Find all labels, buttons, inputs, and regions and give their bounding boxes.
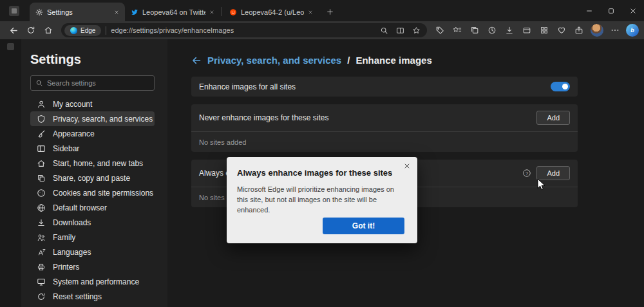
tab-settings[interactable]: Settings [30, 3, 125, 21]
site-badge[interactable]: Edge [64, 25, 101, 36]
settings-title: Settings [30, 52, 167, 67]
sidebar-item-label: Family [53, 233, 75, 242]
close-button[interactable] [622, 0, 644, 21]
gear-icon [35, 8, 43, 16]
edge-logo-icon [70, 27, 77, 34]
settings-menu-icon[interactable] [607, 23, 623, 38]
enhance-all-sites-card: Enhance images for all sites [191, 77, 578, 97]
sidebar-item-label: Start, home, and new tabs [53, 159, 143, 168]
svg-text:?: ? [526, 171, 528, 176]
new-tab-button[interactable] [321, 3, 338, 20]
download-icon [37, 218, 46, 227]
mouse-cursor [537, 178, 546, 191]
printer-icon [37, 263, 46, 272]
dialog-title: Always enhance images for these sites [237, 168, 407, 178]
languages-icon [37, 248, 46, 257]
address-bar[interactable]: Edge edge://settings/privacy/enhanceImag… [61, 23, 427, 37]
never-enhance-add-button[interactable]: Add [536, 111, 570, 125]
split-screen-icon[interactable] [396, 26, 404, 35]
back-button[interactable] [5, 23, 22, 38]
sidebar-item-label: Default browser [53, 203, 107, 212]
sidebar-item-downloads[interactable]: Downloads [30, 215, 155, 230]
sidebar-item-share-copy[interactable]: Share, copy and paste [30, 171, 155, 185]
tab-twitter[interactable]: Leopeva64 on Twitter: "@artifici... [125, 3, 220, 21]
wallet-icon[interactable] [518, 23, 535, 38]
sidebar-item-default-browser[interactable]: Default browser [30, 200, 155, 215]
downloads-icon[interactable] [501, 23, 518, 38]
home-button[interactable] [40, 23, 57, 38]
scrollbar-thumb[interactable] [7, 43, 14, 50]
sidebar-item-start-home[interactable]: Start, home, and new tabs [30, 156, 155, 171]
tab-title: Settings [47, 8, 110, 16]
web-capture-icon[interactable] [571, 23, 587, 38]
settings-sidebar: Settings My account Privacy, search, and… [0, 39, 167, 307]
shopping-icon[interactable] [431, 23, 448, 38]
maximize-button[interactable] [600, 0, 622, 21]
never-enhance-card: Never enhance images for these sites Add… [191, 104, 578, 152]
tab-close-icon[interactable] [308, 10, 313, 15]
enhance-all-sites-label: Enhance images for all sites [199, 82, 296, 91]
enhance-images-toggle[interactable] [551, 82, 570, 91]
tab-title: Leopeva64 on Twitter: "@artifici... [142, 8, 205, 16]
tab-reddit[interactable]: Leopeva64-2 (u/Leopeva64-2) -... [223, 3, 319, 21]
breadcrumb-separator: / [347, 55, 350, 66]
badge-separator [106, 26, 106, 35]
apps-grid-icon[interactable] [536, 23, 553, 38]
site-badge-label: Edge [80, 27, 95, 34]
sidebar-item-label: My account [53, 100, 92, 109]
globe-icon [37, 203, 46, 212]
search-icon [35, 79, 43, 87]
sidebar-item-label: System and performance [53, 277, 139, 286]
sidebar-item-cookies[interactable]: Cookies and site permissions [30, 185, 155, 200]
home-icon [37, 159, 46, 168]
refresh-button[interactable] [23, 23, 39, 38]
sidebar-item-reset[interactable]: Reset settings [30, 289, 155, 304]
always-enhance-info-dialog: Always enhance images for these sites Mi… [227, 157, 417, 243]
sidebar-item-languages[interactable]: Languages [30, 245, 155, 259]
browser-essentials-icon[interactable] [553, 23, 570, 38]
paintbrush-icon [37, 129, 46, 138]
minimize-button[interactable] [578, 0, 600, 21]
url-text: edge://settings/privacy/enhanceImages [111, 26, 234, 34]
sidebar-item-family[interactable]: Family [30, 230, 155, 245]
search-settings-input[interactable] [47, 79, 149, 87]
navigation-bar: Edge edge://settings/privacy/enhanceImag… [0, 21, 644, 39]
sidebar-item-my-account[interactable]: My account [30, 97, 155, 111]
got-it-button[interactable]: Got it! [323, 218, 404, 234]
tab-title: Leopeva64-2 (u/Leopeva64-2) -... [241, 8, 304, 16]
sidebar-item-printers[interactable]: Printers [30, 259, 155, 274]
sidebar-item-label: Cookies and site permissions [53, 189, 153, 198]
copilot-icon[interactable]: b [626, 24, 639, 37]
never-enhance-empty-text: No sites added [199, 138, 246, 146]
dialog-close-icon[interactable] [404, 163, 410, 169]
copy-icon [37, 174, 46, 183]
sidebar-item-label: Downloads [53, 218, 91, 227]
breadcrumb: Privacy, search, and services / Enhance … [191, 55, 644, 66]
sidebar-item-appearance[interactable]: Appearance [30, 126, 155, 141]
tab-separator [222, 7, 222, 16]
monitor-icon [37, 277, 46, 286]
history-icon[interactable] [484, 23, 500, 38]
sidebar-item-privacy[interactable]: Privacy, search, and services [30, 111, 155, 126]
reddit-icon [229, 8, 237, 16]
sidebar-item-system[interactable]: System and performance [30, 274, 155, 289]
sidebar-item-label: Appearance [53, 129, 95, 138]
tab-close-icon[interactable] [114, 10, 119, 15]
cookie-icon [37, 189, 46, 198]
sidebar-item-label: Printers [53, 263, 79, 272]
favorites-star-icon[interactable] [412, 26, 421, 35]
collections-icon[interactable] [466, 23, 483, 38]
app-icon [9, 6, 19, 16]
breadcrumb-back-icon[interactable] [191, 55, 202, 66]
favorites-icon[interactable] [449, 23, 466, 38]
sidebar-item-label: Sidebar [53, 144, 79, 153]
person-icon [37, 100, 46, 109]
search-settings-box[interactable] [30, 75, 155, 91]
sidebar-item-sidebar[interactable]: Sidebar [30, 141, 155, 156]
help-icon[interactable]: ? [522, 169, 531, 178]
profile-avatar[interactable] [591, 24, 603, 37]
breadcrumb-parent-link[interactable]: Privacy, search, and services [207, 55, 341, 66]
zoom-icon[interactable] [380, 26, 388, 35]
tab-close-icon[interactable] [209, 10, 214, 15]
sidebar-item-label: Share, copy and paste [53, 174, 130, 183]
